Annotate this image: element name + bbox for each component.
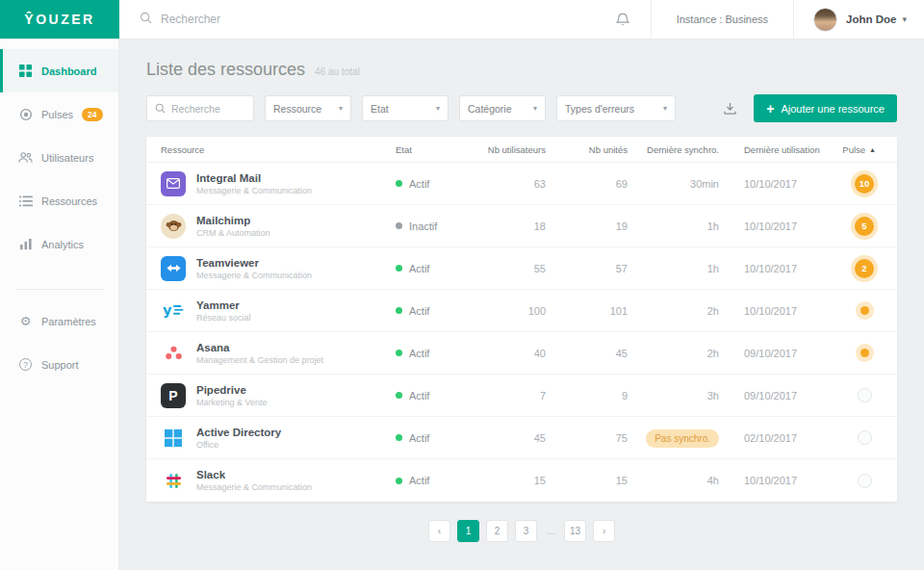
filter-select-etat[interactable]: Etat ▾ [362, 95, 449, 121]
status-label: Actif [409, 178, 429, 190]
pulse-score-badge: 2 [855, 259, 874, 278]
pulse-cell [834, 430, 897, 445]
filter-bar: Ressource ▾ Etat ▾ Catégorie ▾ Types d'e… [146, 94, 897, 122]
last-sync: 3h [637, 390, 729, 402]
filter-select-categorie[interactable]: Catégorie ▾ [459, 95, 546, 121]
resource-cell: Integral Mail Messagerie & Communication [146, 171, 382, 196]
avatar [813, 8, 837, 32]
filter-select-types-d-erreurs[interactable]: Types d'erreurs ▾ [556, 95, 676, 121]
table-header-row: RessourceEtatNb utilisateursNb unitésDer… [146, 137, 897, 163]
last-use-date: 10/10/2017 [729, 178, 834, 190]
sidebar-item-label: Ressources [41, 195, 97, 207]
status-dot [396, 180, 402, 187]
main-content: Liste des ressources 46 au total Ressour… [119, 39, 924, 570]
total-count: 46 au total [315, 66, 360, 77]
teamviewer-icon [161, 256, 186, 281]
resource-search-input[interactable] [171, 103, 246, 115]
page-ellipsis: … [544, 526, 557, 536]
column-header-nb-unites[interactable]: Nb unités [555, 144, 637, 155]
global-search[interactable] [119, 0, 595, 39]
units-count: 75 [555, 432, 637, 444]
sidebar-item-support[interactable]: ? Support [0, 343, 118, 386]
resource-name: Slack [196, 469, 312, 480]
chevron-down-icon: ▾ [533, 104, 537, 113]
page-button-2[interactable]: 2 [486, 520, 508, 542]
last-use-date: 09/10/2017 [729, 348, 834, 359]
table-row-mailchimp[interactable]: Mailchimp CRM & Automation Inactif 18 19… [146, 205, 897, 247]
column-header-nb-utilisateurs[interactable]: Nb utilisateurs [464, 144, 555, 155]
resource-category: Management & Gestion de projet [196, 355, 323, 365]
table-row-teamviewer[interactable]: Teamviewer Messagerie & Communication Ac… [146, 247, 897, 290]
sidebar-item-parametres[interactable]: ⚙ Paramètres [0, 299, 118, 343]
topbar: ŶOUZER Instance : Business John Doe ▾ [0, 0, 924, 39]
last-sync: 1h [637, 263, 729, 274]
table-row-slack[interactable]: Slack Messagerie & Communication Actif 1… [146, 459, 897, 502]
filter-select-value: Ressource [273, 103, 321, 115]
notifications-bell-icon[interactable] [595, 13, 651, 27]
chevron-down-icon: ▾ [663, 104, 667, 113]
status-label: Inactif [409, 220, 437, 232]
resources-icon [18, 195, 33, 207]
table-row-active-directory[interactable]: Active Directory Office Actif 45 75 Pas … [146, 417, 897, 459]
page-button-1[interactable]: 1 [457, 520, 479, 542]
last-use-date: 10/10/2017 [729, 263, 834, 274]
last-sync: 2h [637, 348, 729, 359]
state-cell: Actif [382, 432, 464, 444]
column-header-ressource[interactable]: Ressource [146, 144, 382, 155]
users-count: 100 [464, 305, 555, 317]
column-header-etat[interactable]: Etat [382, 144, 464, 155]
status-label: Actif [409, 263, 429, 274]
filter-select-value: Types d'erreurs [565, 103, 634, 115]
count-badge: 24 [82, 108, 102, 121]
sidebar-item-label: Dashboard [41, 65, 96, 77]
users-count: 45 [464, 432, 555, 444]
table-row-integral-mail[interactable]: Integral Mail Messagerie & Communication… [146, 163, 897, 205]
page-button-3[interactable]: 3 [515, 520, 537, 542]
filter-select-ressource[interactable]: Ressource ▾ [265, 95, 351, 121]
pulse-dot [860, 306, 869, 315]
column-header-derniere-utilisation[interactable]: Dernière utilisation [729, 144, 834, 155]
download-button[interactable] [717, 101, 743, 116]
resource-name: Pipedrive [196, 384, 268, 396]
units-count: 19 [555, 220, 637, 232]
sidebar-item-utilisateurs[interactable]: Utilisateurs [0, 136, 118, 179]
pulse-empty-indicator [858, 430, 872, 445]
table-row-pipedrive[interactable]: P Pipedrive Marketing & Vente Actif 7 9 … [146, 375, 897, 417]
next-page-button[interactable]: › [593, 520, 615, 542]
global-search-input[interactable] [161, 13, 449, 26]
last-sync: 4h [637, 475, 729, 486]
status-label: Actif [409, 390, 429, 402]
sidebar-item-analytics[interactable]: Analytics [0, 222, 118, 266]
integral-mail-icon [161, 171, 186, 196]
support-icon: ? [18, 358, 33, 371]
table-row-yammer[interactable]: y Yammer Réseau social Actif 100 101 2h … [146, 290, 897, 332]
resource-name: Active Directory [196, 427, 281, 438]
sidebar-divider [15, 289, 103, 290]
table-row-asana[interactable]: Asana Management & Gestion de projet Act… [146, 332, 897, 375]
column-header-derniere-synchro[interactable]: Dernière synchro. [637, 144, 729, 155]
prev-page-button[interactable]: ‹ [428, 520, 450, 542]
resource-cell: Slack Messagerie & Communication [146, 468, 382, 493]
status-dot [396, 307, 402, 314]
sidebar-nav: Dashboard Pulses 24 Utilisateurs Ressour… [0, 39, 118, 266]
sidebar-item-pulses[interactable]: Pulses 24 [0, 92, 118, 136]
last-use-date: 10/10/2017 [729, 305, 834, 317]
last-sync: 1h [637, 220, 729, 232]
status-dot [396, 434, 402, 441]
users-icon [18, 151, 33, 164]
column-header-pulse[interactable]: Pulse▲ [834, 144, 897, 155]
user-menu[interactable]: John Doe ▾ [794, 8, 924, 32]
resource-search[interactable] [146, 95, 254, 121]
pulse-cell: 2 [834, 259, 897, 278]
page-button-13[interactable]: 13 [564, 520, 586, 542]
sidebar-item-label: Paramètres [41, 316, 96, 327]
sidebar: Dashboard Pulses 24 Utilisateurs Ressour… [0, 39, 119, 570]
users-count: 63 [464, 178, 555, 190]
users-count: 18 [464, 220, 555, 232]
instance-label: Instance : Business [652, 13, 793, 25]
sidebar-item-dashboard[interactable]: Dashboard [0, 49, 118, 92]
pulse-cell: 5 [834, 217, 897, 236]
filter-select-value: Catégorie [468, 103, 512, 115]
sidebar-item-ressources[interactable]: Ressources [0, 179, 118, 222]
add-resource-button[interactable]: + Ajouter une ressource [754, 94, 897, 122]
